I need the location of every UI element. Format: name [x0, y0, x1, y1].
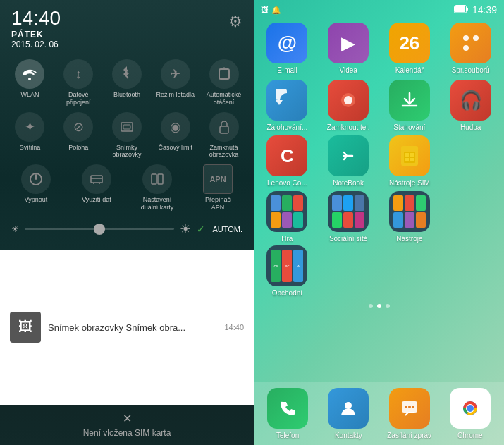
quick-toggles-row3: Vypnout Využití dat Nastaveníduální kart…	[0, 164, 254, 217]
timer-icon: ◉	[161, 112, 190, 142]
business-label: Obchodní	[272, 289, 302, 297]
toggle-dualcard[interactable]: Nastaveníduální karty	[128, 164, 186, 212]
wlan-label: WLAN	[20, 91, 39, 99]
toggle-datausage[interactable]: Využití dat	[68, 164, 125, 212]
notebook-icon	[328, 135, 369, 176]
app-business[interactable]: cs ec w Obchodní	[259, 245, 315, 297]
messages-label: Zasílání zpráv	[387, 432, 431, 439]
music-label: Hudba	[460, 123, 481, 131]
time-block: 14:40 PÁTEK 2015. 02. 06	[11, 8, 61, 49]
svg-point-11	[463, 35, 469, 41]
brightness-bar[interactable]: ☀ ☀ ✓ AUTOM.	[0, 217, 254, 241]
svg-point-12	[473, 35, 479, 41]
social-icon	[328, 191, 369, 232]
app-grid-row1: @ E-mail ▶ Videa 26 Kalendář Spr.souborů	[254, 18, 504, 135]
status-bar: 14:40 PÁTEK 2015. 02. 06 ⚙	[0, 0, 254, 54]
notification-icon: 🖼	[10, 312, 41, 343]
dock-bar: Telefon Kontakty Zasílání zpráv	[254, 382, 504, 445]
toggle-timer[interactable]: ◉ Časový limit	[152, 112, 198, 159]
app-lenovo[interactable]: C Lenovo Co...	[259, 135, 315, 187]
email-label: E-mail	[277, 66, 297, 74]
notification-time: 14:40	[224, 323, 244, 331]
settings-icon[interactable]: ⚙	[228, 13, 242, 31]
app-sim[interactable]: Nástroje SIM	[382, 135, 438, 187]
app-music[interactable]: 🎧 Hudba	[443, 80, 498, 131]
current-time: 14:40	[11, 8, 61, 28]
toggle-location[interactable]: ⊘ Poloha	[56, 112, 102, 159]
app-email[interactable]: @ E-mail	[259, 23, 315, 74]
dock-chrome[interactable]: Chrome	[442, 388, 498, 439]
right-status-bar: 🖼 🔔 14:39	[254, 0, 504, 18]
backup-label: Zálohování...	[266, 123, 307, 131]
app-grid-row4: Hra Sociální sítě	[254, 191, 504, 245]
app-lockphone[interactable]: Zamknout tel.	[321, 80, 376, 131]
toggle-rotation[interactable]: Automatickéotáčení	[201, 59, 247, 106]
toggle-power[interactable]: Vypnout	[7, 164, 65, 212]
svg-rect-0	[219, 69, 229, 79]
sim-x-icon: ✕	[123, 412, 132, 425]
dot-2	[377, 304, 381, 308]
notification-area[interactable]: 🖼 Snímek obrazovky Snímek obra... 14:40	[0, 250, 254, 405]
dock-contacts[interactable]: Kontakty	[320, 388, 376, 439]
toggle-lockscreen[interactable]: Zamknutáobrazovka	[201, 112, 247, 159]
app-social[interactable]: Sociální sítě	[321, 191, 376, 243]
app-video[interactable]: ▶ Videa	[321, 23, 376, 74]
location-label: Poloha	[68, 144, 88, 152]
toggle-screenshot[interactable]: Snímkyobrazovky	[104, 112, 150, 159]
app-calendar[interactable]: 26 Kalendář	[382, 23, 438, 74]
quick-toggles-row1: WLAN ↕ Datovépřipojení Bluetooth ✈ Režim…	[0, 54, 254, 112]
dot-1	[369, 304, 373, 308]
datausage-label: Využití dat	[82, 196, 111, 204]
dock-phone[interactable]: Telefon	[259, 388, 316, 439]
app-grid-row5: cs ec w Obchodní	[254, 245, 504, 300]
contacts-icon	[328, 388, 369, 429]
sim-label: Nástroje SIM	[389, 179, 430, 187]
power-icon	[21, 164, 51, 194]
timer-label: Časový limit	[159, 144, 193, 152]
brightness-min-icon: ☀	[11, 224, 19, 234]
svg-rect-20	[405, 158, 409, 161]
right-status-icons: 🖼 🔔	[261, 6, 281, 15]
tools-icon	[389, 191, 430, 232]
lockscreen-label: Zamknutáobrazovka	[209, 144, 239, 159]
app-download[interactable]: Stahování	[382, 80, 438, 131]
battery-icon	[454, 5, 468, 15]
brightness-track[interactable]	[25, 228, 174, 230]
airplane-icon: ✈	[161, 59, 190, 89]
lockscreen-icon	[209, 112, 239, 142]
empty-slot	[443, 135, 484, 176]
toggle-bluetooth[interactable]: Bluetooth	[104, 59, 150, 106]
social-label: Sociální sítě	[329, 235, 367, 243]
toggle-airplane[interactable]: ✈ Režim letadla	[152, 59, 198, 106]
apn-icon: APN	[203, 164, 233, 194]
files-icon	[450, 23, 491, 63]
data-icon: ↕	[63, 59, 93, 89]
app-notebook[interactable]: NoteBook	[321, 135, 376, 187]
toggle-data[interactable]: ↕ Datovépřipojení	[56, 59, 102, 106]
toggle-wlan[interactable]: WLAN	[7, 59, 53, 106]
app-tools[interactable]: Nástroje	[382, 191, 438, 243]
svg-rect-7	[158, 174, 163, 184]
toggle-apn[interactable]: APN PřepínačAPN	[189, 164, 247, 212]
toggle-flashlight[interactable]: ✦ Svítilna	[7, 112, 53, 159]
contacts-label: Kontakty	[335, 432, 362, 439]
dot-3	[386, 304, 390, 308]
svg-rect-9	[455, 6, 465, 13]
svg-point-25	[408, 406, 411, 408]
flashlight-label: Svítilna	[20, 144, 41, 152]
airplane-label: Režim letadla	[156, 91, 195, 99]
download-label: Stahování	[393, 123, 425, 131]
svg-rect-6	[152, 174, 156, 184]
app-games[interactable]: Hra	[259, 191, 315, 243]
app-files[interactable]: Spr.souborů	[443, 23, 498, 74]
chrome-icon	[450, 388, 491, 429]
svg-rect-18	[405, 153, 409, 157]
backup-icon	[266, 80, 307, 121]
dock-messages[interactable]: Zasílání zpráv	[381, 388, 438, 439]
lockphone-label: Zamknout tel.	[327, 123, 370, 131]
location-icon: ⊘	[63, 112, 93, 142]
notebook-label: NoteBook	[333, 179, 364, 187]
brightness-thumb[interactable]	[94, 224, 105, 235]
video-label: Videa	[339, 66, 357, 74]
app-backup[interactable]: Zálohování...	[259, 80, 315, 131]
